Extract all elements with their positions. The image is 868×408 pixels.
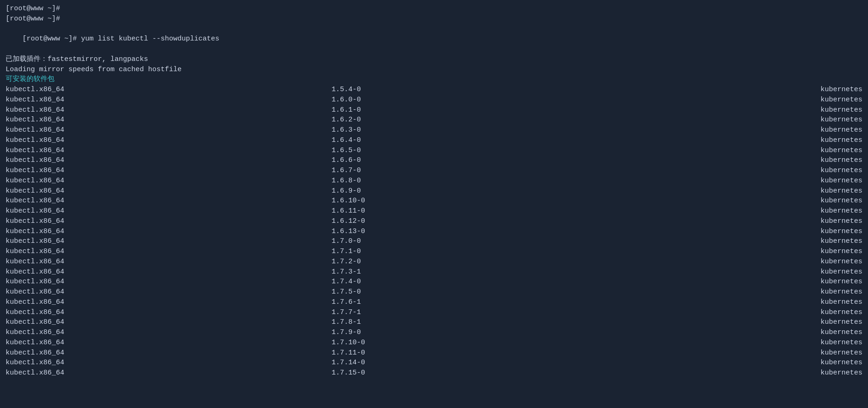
package-repo: kubernetes	[769, 368, 862, 378]
package-repo: kubernetes	[769, 338, 862, 348]
table-row: kubectl.x86_641.7.4-0kubernetes	[6, 277, 862, 287]
package-repo: kubernetes	[769, 155, 862, 166]
table-row: kubectl.x86_641.7.15-0kubernetes	[6, 368, 862, 378]
package-repo: kubernetes	[769, 105, 862, 115]
table-row: kubectl.x86_641.7.5-0kubernetes	[6, 287, 862, 297]
package-name: kubectl.x86_64	[6, 317, 332, 328]
package-name: kubectl.x86_64	[6, 186, 332, 196]
table-row: kubectl.x86_641.7.14-0kubernetes	[6, 358, 862, 368]
package-repo: kubernetes	[769, 95, 862, 105]
table-row: kubectl.x86_641.6.10-0kubernetes	[6, 196, 862, 206]
package-name: kubectl.x86_64	[6, 206, 332, 216]
package-name: kubectl.x86_64	[6, 155, 332, 166]
package-version: 1.7.7-1	[332, 308, 769, 318]
table-row: kubectl.x86_641.7.7-1kubernetes	[6, 308, 862, 318]
packages-list: kubectl.x86_641.5.4-0kuberneteskubectl.x…	[6, 85, 862, 378]
table-row: kubectl.x86_641.6.13-0kubernetes	[6, 227, 862, 237]
table-row: kubectl.x86_641.7.3-1kubernetes	[6, 267, 862, 277]
table-row: kubectl.x86_641.6.4-0kubernetes	[6, 135, 862, 146]
package-name: kubectl.x86_64	[6, 338, 332, 348]
package-repo: kubernetes	[769, 247, 862, 257]
package-repo: kubernetes	[769, 236, 862, 247]
table-row: kubectl.x86_641.7.2-0kubernetes	[6, 257, 862, 267]
package-version: 1.5.4-0	[332, 85, 769, 95]
package-version: 1.6.10-0	[332, 196, 769, 206]
loaded-plugins-line: 已加载插件：fastestmirror, langpacks	[6, 54, 862, 65]
table-row: kubectl.x86_641.7.9-0kubernetes	[6, 328, 862, 338]
package-repo: kubernetes	[769, 176, 862, 186]
package-name: kubectl.x86_64	[6, 115, 332, 125]
table-row: kubectl.x86_641.7.8-1kubernetes	[6, 317, 862, 328]
table-row: kubectl.x86_641.7.11-0kubernetes	[6, 348, 862, 358]
package-name: kubectl.x86_64	[6, 176, 332, 186]
package-name: kubectl.x86_64	[6, 146, 332, 156]
package-repo: kubernetes	[769, 348, 862, 358]
package-name: kubectl.x86_64	[6, 196, 332, 206]
package-name: kubectl.x86_64	[6, 135, 332, 146]
package-name: kubectl.x86_64	[6, 105, 332, 115]
package-repo: kubernetes	[769, 267, 862, 277]
package-repo: kubernetes	[769, 308, 862, 318]
package-version: 1.7.5-0	[332, 287, 769, 297]
package-repo: kubernetes	[769, 125, 862, 135]
package-repo: kubernetes	[769, 216, 862, 227]
table-row: kubectl.x86_641.5.4-0kubernetes	[6, 85, 862, 95]
table-row: kubectl.x86_641.7.10-0kubernetes	[6, 338, 862, 348]
package-name: kubectl.x86_64	[6, 348, 332, 358]
package-repo: kubernetes	[769, 115, 862, 125]
package-repo: kubernetes	[769, 297, 862, 308]
table-row: kubectl.x86_641.6.1-0kubernetes	[6, 105, 862, 115]
package-version: 1.7.15-0	[332, 368, 769, 378]
package-version: 1.6.5-0	[332, 146, 769, 156]
package-version: 1.7.1-0	[332, 247, 769, 257]
package-repo: kubernetes	[769, 287, 862, 297]
table-row: kubectl.x86_641.7.1-0kubernetes	[6, 247, 862, 257]
package-version: 1.6.2-0	[332, 115, 769, 125]
package-name: kubectl.x86_64	[6, 85, 332, 95]
package-name: kubectl.x86_64	[6, 247, 332, 257]
package-name: kubectl.x86_64	[6, 95, 332, 105]
table-row: kubectl.x86_641.6.0-0kubernetes	[6, 95, 862, 105]
table-row: kubectl.x86_641.7.6-1kubernetes	[6, 297, 862, 308]
package-name: kubectl.x86_64	[6, 227, 332, 237]
package-version: 1.6.13-0	[332, 227, 769, 237]
available-packages-heading: 可安装的软件包	[6, 74, 862, 85]
package-name: kubectl.x86_64	[6, 216, 332, 227]
package-version: 1.6.4-0	[332, 135, 769, 146]
package-version: 1.6.9-0	[332, 186, 769, 196]
package-name: kubectl.x86_64	[6, 267, 332, 277]
table-row: kubectl.x86_641.6.2-0kubernetes	[6, 115, 862, 125]
table-row: kubectl.x86_641.6.9-0kubernetes	[6, 186, 862, 196]
package-repo: kubernetes	[769, 227, 862, 237]
package-repo: kubernetes	[769, 166, 862, 176]
package-name: kubectl.x86_64	[6, 368, 332, 378]
package-version: 1.6.1-0	[332, 105, 769, 115]
package-repo: kubernetes	[769, 317, 862, 328]
package-version: 1.6.8-0	[332, 176, 769, 186]
package-version: 1.6.12-0	[332, 216, 769, 227]
table-row: kubectl.x86_641.6.11-0kubernetes	[6, 206, 862, 216]
command-text: yum list kubectl --showduplicates	[77, 35, 219, 43]
prompt-line-1: [root@www ~]#	[6, 4, 862, 14]
command-prompt: [root@www ~]#	[22, 35, 77, 43]
package-version: 1.7.10-0	[332, 338, 769, 348]
package-name: kubectl.x86_64	[6, 358, 332, 368]
table-row: kubectl.x86_641.6.7-0kubernetes	[6, 166, 862, 176]
package-repo: kubernetes	[769, 277, 862, 287]
package-repo: kubernetes	[769, 196, 862, 206]
package-version: 1.6.11-0	[332, 206, 769, 216]
package-name: kubectl.x86_64	[6, 166, 332, 176]
package-name: kubectl.x86_64	[6, 236, 332, 247]
package-repo: kubernetes	[769, 257, 862, 267]
package-repo: kubernetes	[769, 186, 862, 196]
package-version: 1.6.6-0	[332, 155, 769, 166]
package-version: 1.6.7-0	[332, 166, 769, 176]
package-name: kubectl.x86_64	[6, 287, 332, 297]
package-version: 1.7.6-1	[332, 297, 769, 308]
package-repo: kubernetes	[769, 328, 862, 338]
table-row: kubectl.x86_641.6.6-0kubernetes	[6, 155, 862, 166]
package-name: kubectl.x86_64	[6, 257, 332, 267]
package-name: kubectl.x86_64	[6, 297, 332, 308]
package-name: kubectl.x86_64	[6, 328, 332, 338]
package-name: kubectl.x86_64	[6, 277, 332, 287]
